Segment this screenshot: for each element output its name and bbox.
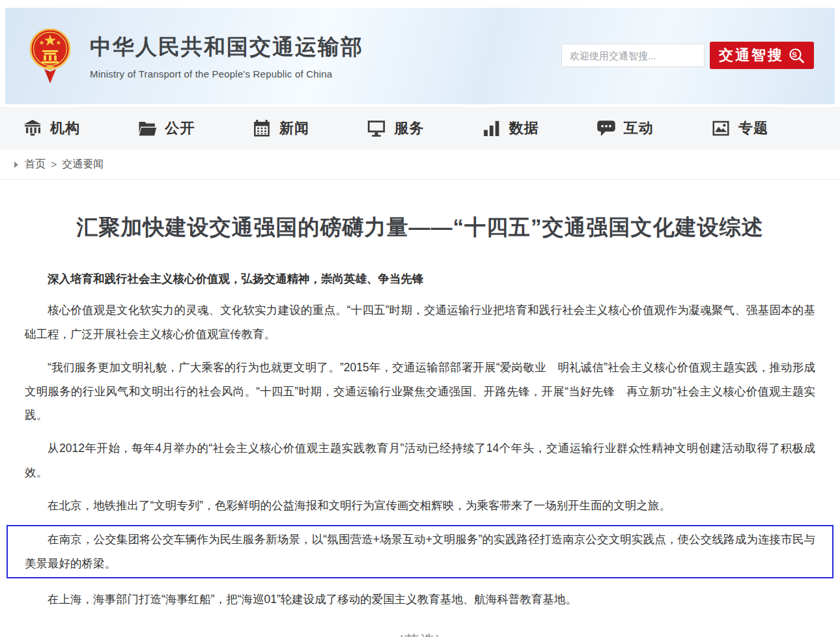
nav-item-public[interactable]: 公开 [137,119,195,138]
breadcrumb: 首页 > 交通要闻 [0,150,840,180]
nav-label: 互动 [624,119,654,138]
article-paragraph: “我们服务更加文明礼貌，广大乘客的行为也就更文明了。”2015年，交通运输部部署… [25,356,815,427]
highlighted-paragraph: 在南京，公交集团将公交车辆作为民生服务新场景，以“氛围营造+场景互动+文明服务”… [25,528,815,576]
nav-label: 公开 [165,119,195,138]
article-paragraph: 在北京，地铁推出了“文明专列”，色彩鲜明的公益海报和文明行为宣传画交相辉映，为乘… [25,494,815,518]
nav-item-orgs[interactable]: 机构 [23,119,80,138]
nav-item-services[interactable]: 服务 [367,119,424,138]
article-title: 汇聚加快建设交通强国的磅礴力量——“十四五”交通强国文化建设综述 [25,214,815,242]
national-emblem-logo [29,26,72,86]
search-button-label: 交通智搜 [719,46,784,65]
folder-icon [137,119,157,138]
nav-label: 机构 [50,119,80,138]
nav-label: 新闻 [279,119,309,138]
search-input[interactable] [561,44,705,67]
svg-text:S: S [792,51,799,59]
search-icon: S [788,47,805,64]
smart-search-button[interactable]: 交通智搜 S [710,42,814,69]
breadcrumb-home-link[interactable]: 首页 [25,158,46,171]
nav-item-topics[interactable]: 专题 [711,119,768,138]
search-area: 交通智搜 S [561,42,814,69]
nav-item-data[interactable]: 数据 [482,119,539,138]
nav-label: 数据 [509,119,539,138]
highlighted-paragraph-box: 在南京，公交集团将公交车辆作为民生服务新场景，以“氛围营造+场景互动+文明服务”… [7,525,833,578]
bank-icon [23,119,42,138]
article-paragraph: 核心价值观是文化软实力的灵魂、文化软实力建设的重点。“十四五”时期，交通运输行业… [25,298,815,347]
breadcrumb-separator: > [51,159,57,171]
article-body: 汇聚加快建设交通强国的磅礴力量——“十四五”交通强国文化建设综述 深入培育和践行… [0,180,840,637]
nav-label: 服务 [394,119,424,138]
site-title-english: Ministry of Transport of the People's Re… [90,68,363,79]
breadcrumb-current[interactable]: 交通要闻 [62,158,104,171]
monitor-icon [367,119,386,138]
nav-item-interaction[interactable]: 互动 [596,119,654,138]
header-banner: 中华人民共和国交通运输部 Ministry of Transport of th… [5,8,835,104]
main-nav: 机构 公开 新闻 服务 数据 互动 专题 [0,107,840,150]
article-subtitle: 深入培育和践行社会主义核心价值观，弘扬交通精神，崇尚英雄、争当先锋 [25,269,815,290]
picture-icon [711,119,731,138]
nav-label: 专题 [738,119,768,138]
article-paragraph: 在上海，海事部门打造“海事红船”，把“海巡01”轮建设成了移动的爱国主义教育基地… [25,587,815,612]
bar-chart-icon [482,119,501,138]
calendar-icon [252,119,272,138]
nav-item-news[interactable]: 新闻 [252,119,309,138]
breadcrumb-arrow-icon [14,162,18,168]
chat-icon [596,119,616,138]
article-paragraph: 从2012年开始，每年4月举办的“社会主义核心价值观主题实践教育月”活动已经持续… [25,436,815,485]
excerpt-note: (节选) [25,631,815,637]
site-title: 中华人民共和国交通运输部 [90,33,363,62]
